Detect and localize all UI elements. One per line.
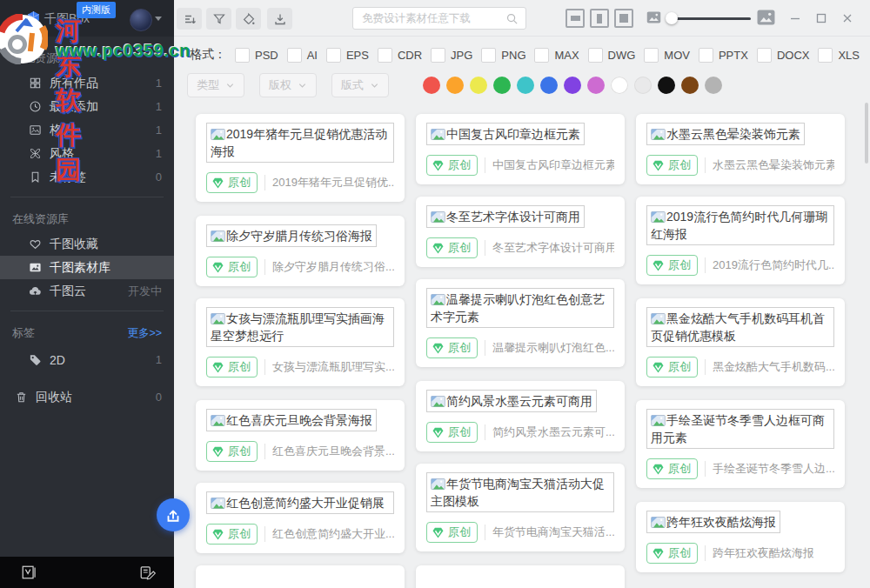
view-grid-button[interactable] <box>614 9 633 28</box>
format-option-ai[interactable]: AI <box>287 48 318 63</box>
gem-icon <box>652 463 665 476</box>
color-dot-purple[interactable] <box>564 77 581 94</box>
format-option-xls[interactable]: XLS <box>818 48 860 63</box>
format-checkbox[interactable] <box>534 48 549 63</box>
format-checkbox[interactable] <box>326 48 341 63</box>
minimize-button[interactable] <box>785 10 806 27</box>
format-option-mov[interactable]: MOV <box>644 48 690 63</box>
close-button[interactable] <box>837 10 858 27</box>
format-checkbox[interactable] <box>431 48 445 63</box>
color-dot-white[interactable] <box>611 77 628 94</box>
divider <box>10 197 164 197</box>
format-checkbox[interactable] <box>644 48 659 63</box>
filter-button[interactable] <box>206 8 231 30</box>
image-placeholder-icon <box>431 294 445 305</box>
color-dot-none[interactable] <box>705 77 722 94</box>
color-dot-teal[interactable] <box>517 77 534 94</box>
view-vertical-button[interactable] <box>590 9 609 28</box>
asset-card-partial[interactable] <box>196 565 405 588</box>
format-checkbox[interactable] <box>287 48 302 63</box>
upload-button[interactable] <box>157 498 190 531</box>
original-badge: 原创 <box>206 172 258 193</box>
sidebar-item-recycle-bin[interactable]: 回收站 0 <box>0 385 174 409</box>
search-icon[interactable] <box>505 12 519 25</box>
maximize-button[interactable] <box>811 10 832 27</box>
sidebar-item-qiantu-cloud[interactable]: 千图云 开发中 <box>0 279 174 303</box>
asset-card[interactable]: 黑金炫酷大气手机数码耳机首页促销优惠模板 原创黑金炫酷大气手机数码... <box>636 298 845 386</box>
format-option-eps[interactable]: EPS <box>326 48 369 63</box>
asset-title: 红色创意简约盛大开业促销展架 <box>211 496 385 514</box>
type-dropdown[interactable]: 类型 <box>187 73 244 97</box>
format-checkbox[interactable] <box>757 48 772 63</box>
sidebar-item-tag-2d[interactable]: 2D 1 <box>0 348 174 371</box>
sidebar-item-format[interactable]: 格式 1 <box>0 118 174 142</box>
asset-card[interactable]: 红色喜庆元旦晚会背景海报 原创红色喜庆元旦晚会背景... <box>196 400 405 471</box>
color-dot-green[interactable] <box>493 77 511 94</box>
divider <box>705 359 706 375</box>
color-dot-yellow[interactable] <box>470 77 487 94</box>
color-dot-blue[interactable] <box>540 77 558 94</box>
color-dot-magenta[interactable] <box>587 77 605 94</box>
format-option-pptx[interactable]: PPTX <box>699 48 748 63</box>
asset-card[interactable]: 除夕守岁腊月传统习俗海报 原创除夕守岁腊月传统习俗... <box>196 216 405 286</box>
clipboard-check-icon[interactable] <box>21 565 37 580</box>
format-checkbox[interactable] <box>818 48 833 63</box>
sort-button[interactable] <box>177 8 202 30</box>
thumbnail-size-slider[interactable] <box>668 17 751 20</box>
user-avatar[interactable] <box>130 9 152 31</box>
scrollbar-thumb[interactable] <box>865 103 868 164</box>
more-tags-link[interactable]: 更多>> <box>127 326 162 341</box>
sidebar-item-recent[interactable]: 最近添加 1 <box>0 95 174 118</box>
asset-title: 水墨云黑色晕染装饰元素 <box>666 127 800 141</box>
divider <box>264 526 265 542</box>
color-dot-orange[interactable] <box>446 77 464 94</box>
asset-card[interactable]: 跨年狂欢夜酷炫海报 原创跨年狂欢夜酷炫海报 <box>636 502 845 572</box>
sidebar-item-qiantu-assets[interactable]: 千图素材库 <box>0 256 174 279</box>
asset-card[interactable]: 年货节电商淘宝天猫活动大促主图模板 原创年货节电商淘宝天猫活... <box>416 464 625 551</box>
note-edit-icon[interactable] <box>139 565 157 580</box>
format-option-psd[interactable]: PSD <box>235 48 278 63</box>
format-checkbox[interactable] <box>481 48 496 63</box>
view-horizontal-button[interactable] <box>566 9 585 28</box>
asset-card[interactable]: 水墨云黑色晕染装饰元素 原创水墨云黑色晕染装饰元素 <box>636 114 845 184</box>
asset-subtitle: 2019年猪年元旦促销优... <box>272 175 394 190</box>
color-dot-red[interactable] <box>423 77 440 94</box>
fill-button[interactable] <box>236 8 261 30</box>
format-checkbox[interactable] <box>378 48 392 63</box>
search-input[interactable] <box>353 12 505 24</box>
format-option-max[interactable]: MAX <box>534 48 579 63</box>
asset-card[interactable]: 手绘圣诞节冬季雪人边框可商用元素 原创手绘圣诞节冬季雪人边... <box>636 400 845 488</box>
asset-card[interactable]: 红色创意简约盛大开业促销展架 原创红色创意简约盛大开业... <box>196 483 405 553</box>
sidebar-item-all-works[interactable]: 所有作品 1 <box>0 71 174 95</box>
thumbnail-small-icon <box>646 11 661 23</box>
asset-card[interactable]: 冬至艺术字体设计可商用 原创冬至艺术字体设计可商用 <box>416 197 625 267</box>
format-option-dwg[interactable]: DWG <box>588 48 636 63</box>
sidebar-item-qiantu-favorites[interactable]: 千图收藏 <box>0 232 174 256</box>
layout-dropdown[interactable]: 版式 <box>331 73 389 97</box>
thumbnail-large-icon <box>757 10 775 25</box>
asset-card-partial[interactable] <box>416 565 625 588</box>
sidebar-item-untagged[interactable]: 未标签 0 <box>0 165 174 189</box>
format-checkbox[interactable] <box>235 48 250 63</box>
asset-card[interactable]: 温馨提示喇叭灯泡红色创意艺术字元素 原创温馨提示喇叭灯泡红色... <box>416 279 625 367</box>
asset-card[interactable]: 2019年猪年元旦促销优惠活动海报 原创2019年猪年元旦促销优... <box>196 114 405 202</box>
format-option-cdr[interactable]: CDR <box>378 48 422 63</box>
sidebar-item-style[interactable]: 风格 1 <box>0 142 174 165</box>
format-option-jpg[interactable]: JPG <box>431 48 472 63</box>
download-button[interactable] <box>267 8 292 30</box>
asset-card[interactable]: 女孩与漂流瓶肌理写实插画海星空梦想远行 原创女孩与漂流瓶肌理写实... <box>196 298 405 386</box>
color-dot-brown[interactable] <box>681 77 699 94</box>
color-dot-lightgray[interactable] <box>634 77 652 94</box>
asset-card[interactable]: 2019流行色简约时代几何珊瑚红海报 原创2019流行色简约时代几... <box>636 197 845 284</box>
avatar-menu-caret[interactable] <box>155 17 162 21</box>
search-box[interactable] <box>352 7 526 30</box>
format-checkbox[interactable] <box>588 48 603 63</box>
format-option-docx[interactable]: DOCX <box>757 48 810 63</box>
asset-card[interactable]: 中国复古风印章边框元素 原创中国复古风印章边框元素 <box>416 114 625 184</box>
format-checkbox[interactable] <box>699 48 713 63</box>
slider-handle[interactable] <box>666 12 678 24</box>
color-dot-black[interactable] <box>658 77 675 94</box>
copyright-dropdown[interactable]: 版权 <box>259 73 317 97</box>
asset-card[interactable]: 简约风景水墨云元素可商用 原创简约风景水墨云元素可... <box>416 381 625 451</box>
format-option-png[interactable]: PNG <box>481 48 525 63</box>
